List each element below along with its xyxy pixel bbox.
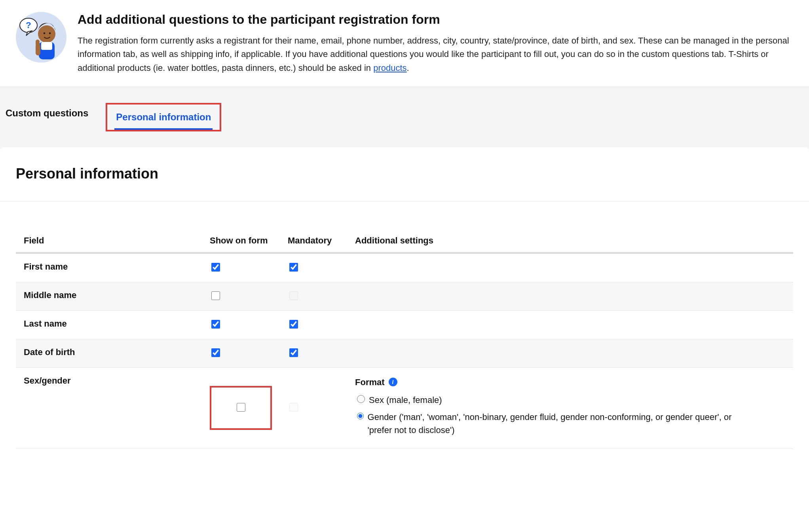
checkbox-sex-gender-show[interactable] [237, 403, 245, 412]
panel-title: Personal information [16, 165, 793, 182]
sex-gender-settings: Format i Sex (male, female) Gender ('man… [355, 376, 785, 437]
field-label-last-name: Last name [16, 310, 202, 339]
help-avatar-icon: ? [16, 12, 66, 63]
checkbox-first-name-mandatory[interactable] [289, 263, 298, 272]
products-link[interactable]: products [373, 63, 406, 73]
svg-rect-4 [41, 42, 52, 50]
col-header-mandatory: Mandatory [280, 229, 347, 253]
header-description: The registration form currently asks a r… [78, 34, 793, 74]
svg-text:?: ? [26, 20, 31, 30]
tab-custom-questions[interactable]: Custom questions [4, 103, 90, 131]
svg-point-8 [49, 32, 51, 34]
header-description-text: The registration form currently asks a r… [78, 36, 789, 72]
info-icon[interactable]: i [389, 378, 397, 386]
field-label-sex-gender: Sex/gender [16, 367, 202, 448]
table-row: Last name [16, 310, 793, 339]
field-label-middle-name: Middle name [16, 282, 202, 310]
checkbox-middle-name-mandatory [289, 291, 298, 300]
table-row: Sex/gender Format i Se [16, 367, 793, 448]
fields-table: Field Show on form Mandatory Additional … [16, 229, 793, 449]
tab-personal-information[interactable]: Personal information [114, 107, 213, 127]
radio-option-sex[interactable]: Sex (male, female) [355, 393, 743, 407]
checkbox-last-name-show[interactable] [211, 320, 220, 329]
header-title: Add additional questions to the particip… [78, 12, 793, 27]
radio-gender-label: Gender ('man', 'woman', 'non-binary, gen… [368, 410, 743, 437]
format-label: Format [355, 376, 385, 389]
checkbox-dob-show[interactable] [211, 348, 220, 357]
checkbox-first-name-show[interactable] [211, 263, 220, 272]
panel-divider [0, 201, 809, 201]
checkbox-sex-gender-mandatory [289, 403, 298, 412]
svg-point-2 [38, 25, 55, 43]
table-row: First name [16, 253, 793, 282]
radio-sex-label: Sex (male, female) [369, 393, 442, 407]
col-header-additional: Additional settings [347, 229, 793, 253]
svg-rect-6 [36, 40, 40, 46]
radio-sex[interactable] [357, 395, 365, 403]
col-header-show: Show on form [202, 229, 280, 253]
checkbox-last-name-mandatory[interactable] [289, 320, 298, 329]
header-description-post: . [407, 63, 409, 73]
personal-information-panel: Personal information Field Show on form … [0, 147, 809, 457]
svg-point-7 [44, 32, 46, 34]
highlight-frame-checkbox [210, 386, 272, 430]
field-label-dob: Date of birth [16, 339, 202, 367]
radio-gender[interactable] [357, 412, 364, 420]
header-banner: ? Add additional questions to the partic… [0, 0, 809, 87]
table-row: Middle name [16, 282, 793, 310]
field-label-first-name: First name [16, 253, 202, 282]
col-header-field: Field [16, 229, 202, 253]
table-row: Date of birth [16, 339, 793, 367]
highlight-frame-tab: Personal information [106, 103, 221, 131]
checkbox-dob-mandatory[interactable] [289, 348, 298, 357]
checkbox-middle-name-show[interactable] [211, 291, 220, 300]
radio-option-gender[interactable]: Gender ('man', 'woman', 'non-binary, gen… [355, 410, 743, 437]
